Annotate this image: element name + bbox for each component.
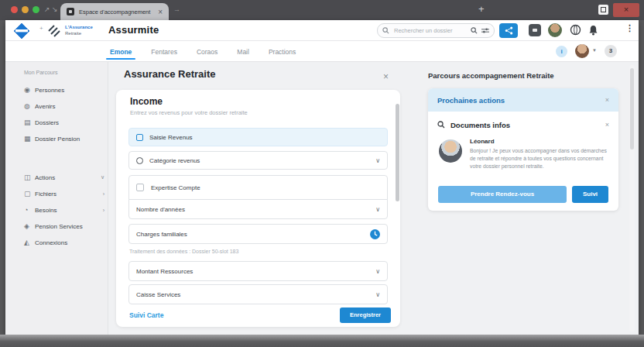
sidebar-item-dossiers[interactable]: ▤ Dossiers xyxy=(24,117,104,128)
nav-arrow-icon[interactable]: ↗ xyxy=(44,5,50,14)
share-button[interactable] xyxy=(499,23,518,38)
advisor-bio: Bonjour ! Je peux vous accompagner dans … xyxy=(470,147,611,171)
page-content: Mon Parcours ◉ Personnes ◍ Avenirs ▤ Dos… xyxy=(5,62,639,335)
caisse-services-dropdown[interactable]: Caisse Services ∨ xyxy=(128,284,388,304)
tab-emone[interactable]: Emone xyxy=(108,43,133,60)
chevron-down-icon: ∨ xyxy=(375,157,380,164)
advisor-avatar xyxy=(439,139,462,163)
charges-familiales-row[interactable]: Charges familiales xyxy=(128,224,388,244)
sidebar-item-label: Dossier Pension xyxy=(35,136,80,143)
section-close-icon[interactable]: × xyxy=(605,121,609,129)
page-close-icon[interactable]: × xyxy=(383,71,389,82)
search-icon xyxy=(382,27,389,34)
categorie-revenus-dropdown[interactable]: Catégorie revenus ∨ xyxy=(128,151,388,170)
window-maximize-icon[interactable] xyxy=(598,5,608,15)
tab-mail[interactable]: Mail xyxy=(235,43,251,60)
brand-line1: L'Assurance xyxy=(65,24,93,30)
sidebar-item-personnes[interactable]: ◉ Personnes xyxy=(24,84,104,95)
kebab-menu-icon[interactable]: ⋮ xyxy=(625,23,634,33)
sidebar-item-connexions[interactable]: ◭ Connexions xyxy=(24,237,104,248)
montant-ressources-dropdown[interactable]: Montant Ressources ∨ xyxy=(128,261,388,281)
page-scrollbar[interactable] xyxy=(629,65,635,332)
tab-overflow-icon[interactable]: → xyxy=(173,5,180,13)
traffic-light-minimize-icon[interactable] xyxy=(22,6,29,13)
people-icon: ◭ xyxy=(24,239,35,246)
sidebar-item-label: Besoins xyxy=(35,207,57,214)
notification-badge[interactable]: 3 xyxy=(605,45,617,57)
page-title: Assurance Retraite xyxy=(124,68,216,80)
circle-icon xyxy=(136,157,143,164)
sidebar-item-label: Dossiers xyxy=(35,119,59,126)
browser-titlebar: ↗ ↘ Espace d'accompagnement × → + × xyxy=(0,0,644,20)
sidebar-item-label: Pension Services xyxy=(35,223,83,230)
new-tab-icon[interactable]: + xyxy=(478,3,485,15)
sidebar-item-actions[interactable]: ◫ Actions ∨ xyxy=(24,172,104,183)
screenshot-frame: ↗ ↘ Espace d'accompagnement × → + × + xyxy=(0,0,644,347)
chevron-down-icon: ∨ xyxy=(375,291,380,298)
dropdown-label: Montant Ressources xyxy=(136,268,193,275)
menu-hamburger-icon[interactable] xyxy=(607,26,618,35)
send-icon: ◈ xyxy=(24,222,35,230)
tab-practions[interactable]: Practions xyxy=(267,43,297,60)
dropdown-label: Caisse Services xyxy=(136,291,180,298)
expertise-compte-row: Expertise Compte xyxy=(128,175,388,200)
sidebar-item-dossier-pension[interactable]: ▦ Dossier Pension xyxy=(24,133,104,144)
advisor-name: Léonard xyxy=(470,138,495,145)
tab-fentares[interactable]: Fentares xyxy=(149,43,179,60)
sidebar-item-label: Personnes xyxy=(35,87,64,94)
section-title: Documents infos xyxy=(450,121,510,129)
chevron-down-icon: ∨ xyxy=(101,174,104,180)
rendezvous-button[interactable]: Prendre Rendez-vous xyxy=(438,186,567,203)
search-submit-icon[interactable] xyxy=(471,27,478,34)
parcours-panel: Prochaines actions × Documents infos × L… xyxy=(428,88,618,211)
expertise-checkbox[interactable] xyxy=(136,184,144,191)
clock-icon: ◔ xyxy=(24,206,35,214)
tab-title: Espace d'accompagnement xyxy=(79,9,153,15)
notifications-bell-icon[interactable] xyxy=(587,24,599,36)
tab-coraos[interactable]: Coraos xyxy=(195,43,219,60)
chart-icon: ◫ xyxy=(24,174,35,181)
sidebar-item-pension-services[interactable]: ◈ Pension Services xyxy=(24,221,104,232)
lock-icon: ◍ xyxy=(24,102,35,110)
profile-caret-icon[interactable]: ▼ xyxy=(592,48,597,53)
suivi-button[interactable]: Suivi xyxy=(572,186,608,203)
checkbox-label: Expertise Compte xyxy=(151,184,200,191)
saisie-revenus-row[interactable]: Saisie Revenus xyxy=(128,128,388,146)
tab-close-icon[interactable]: × xyxy=(158,8,163,16)
window-close-button[interactable]: × xyxy=(613,3,639,17)
panel-close-icon[interactable]: × xyxy=(605,96,609,104)
chevron-right-icon: › xyxy=(103,191,104,197)
chevron-down-icon: ∨ xyxy=(375,206,380,213)
suivi-carte-link[interactable]: Suivi Carte xyxy=(129,311,163,319)
nav-arrow2-icon[interactable]: ↘ xyxy=(52,5,58,14)
traffic-light-close-icon[interactable] xyxy=(11,6,18,13)
income-form-card: Income Entrez vos revenus pour votre dos… xyxy=(116,90,400,327)
filter-sliders-icon[interactable] xyxy=(481,27,489,34)
brand-line2: Retraite xyxy=(65,30,93,36)
nombre-annees-dropdown[interactable]: Nombre d'années ∨ xyxy=(128,199,388,219)
sidebar-item-fichiers[interactable]: ▢ Fichiers › xyxy=(24,188,104,199)
enregistrer-button[interactable]: Enregistrer xyxy=(340,307,391,323)
card-scrollbar[interactable] xyxy=(396,104,399,201)
tab-favicon xyxy=(67,8,74,15)
globe-icon[interactable] xyxy=(570,24,581,36)
profile-avatar[interactable] xyxy=(575,44,589,58)
helper-text: Traitement des données : Dossier 50-slot… xyxy=(129,249,238,254)
help-info-icon[interactable]: i xyxy=(556,46,567,57)
panel-title: Prochaines actions xyxy=(437,96,505,105)
sidebar-item-avenirs[interactable]: ◍ Avenirs xyxy=(24,101,104,112)
sidebar-item-besoins[interactable]: ◔ Besoins › xyxy=(24,204,104,215)
chevron-down-icon: ∨ xyxy=(375,268,380,275)
folder-icon: ▢ xyxy=(24,190,35,198)
row-label: Catégorie revenus xyxy=(149,157,200,164)
browser-tab[interactable]: Espace d'accompagnement × xyxy=(60,3,169,20)
search-box[interactable] xyxy=(377,23,495,38)
aside-header: Parcours accompagnement Retraite xyxy=(428,71,554,80)
secondary-nav: Emone Fentares Coraos Mail Practions i ▼… xyxy=(5,41,639,62)
traffic-light-zoom-icon[interactable] xyxy=(33,6,39,13)
clock-badge-icon[interactable] xyxy=(370,229,380,239)
chat-icon[interactable] xyxy=(529,24,541,36)
user-avatar[interactable] xyxy=(548,23,562,37)
search-input[interactable] xyxy=(392,26,469,35)
panel-header: Prochaines actions × xyxy=(428,88,618,112)
